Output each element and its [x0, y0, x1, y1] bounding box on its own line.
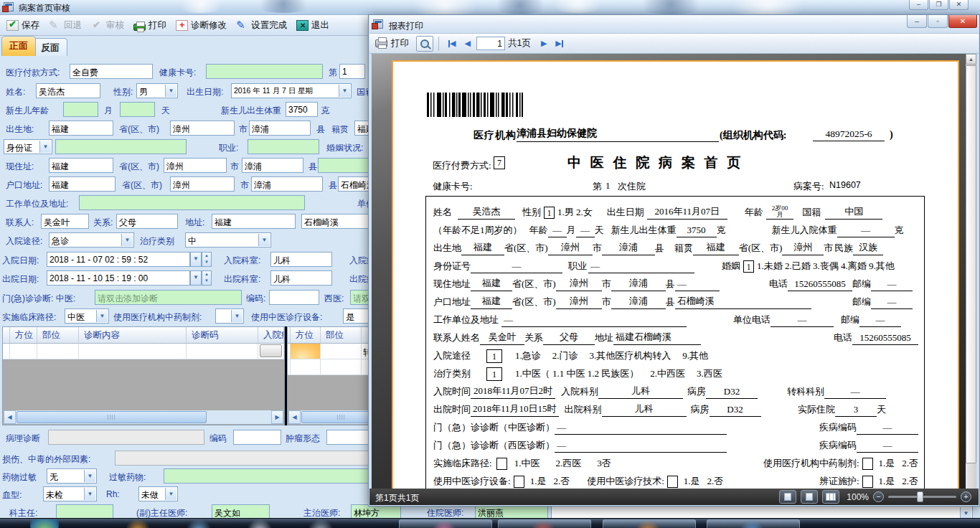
chief-field[interactable] — [56, 504, 113, 519]
taskbar[interactable] — [0, 518, 980, 528]
minimize-icon[interactable]: – — [907, 15, 927, 28]
setup-complete-button[interactable]: 设置完成 — [234, 18, 291, 33]
next-page-button[interactable]: ▶ — [541, 39, 547, 48]
hscrollbar[interactable]: ◀ ▶ — [4, 410, 283, 424]
first-page-button[interactable]: ◀ — [448, 39, 456, 48]
page-number-field[interactable]: 1 — [476, 37, 505, 50]
chevron-down-icon[interactable]: ▼ — [84, 488, 95, 500]
maximize-icon[interactable]: ▫ — [928, 15, 948, 28]
date-spinner[interactable]: ▲▼ — [202, 270, 212, 286]
admission-date-field[interactable]: 2018 - 11 - 07 02 : 59 : 52 — [47, 252, 190, 267]
magnifier-icon[interactable] — [416, 36, 433, 52]
tab-back[interactable]: 反面 — [33, 38, 67, 56]
scroll-left-icon[interactable]: ◀ — [4, 410, 16, 424]
contact-address-field[interactable]: 福建 — [212, 214, 296, 229]
print-button[interactable]: 打印 — [131, 18, 171, 33]
cell-button[interactable] — [260, 344, 282, 357]
herbal-combo[interactable]: ▼ — [215, 308, 244, 324]
hk-province-field[interactable]: 福建 — [49, 176, 116, 192]
chevron-down-icon[interactable]: ▼ — [84, 470, 95, 482]
print-button[interactable]: 打印 — [391, 37, 409, 50]
attending-field[interactable]: 林坤方 — [351, 504, 401, 519]
birth-city-field[interactable]: 漳州 — [170, 121, 235, 136]
restore-icon[interactable]: ❐ — [929, 0, 948, 10]
chevron-down-icon[interactable]: ▼ — [231, 310, 242, 322]
code-field[interactable] — [269, 290, 319, 305]
pathology-diag-field[interactable] — [48, 430, 204, 445]
cur-county-field[interactable]: 漳浦 — [242, 158, 303, 173]
chevron-down-icon[interactable]: ▼ — [258, 234, 270, 246]
rh-combo[interactable]: 未做▼ — [138, 486, 178, 501]
hk-county-field[interactable]: 漳浦 — [251, 176, 323, 192]
audit-button[interactable]: 审核 — [89, 18, 128, 33]
exit-button[interactable]: 退出 — [294, 18, 334, 33]
discharge-date-field[interactable]: 2018 - 11 - 10 15 : 19 : 00 — [47, 270, 190, 286]
diagnosis-edit-button[interactable]: 诊断修改 — [174, 18, 231, 33]
zoom-slider[interactable] — [888, 496, 956, 498]
scroll-up-icon[interactable]: ▲ — [966, 54, 976, 65]
save-button[interactable]: 保存 — [4, 18, 44, 33]
date-spinner[interactable]: ▲▼ — [202, 252, 212, 267]
continuous-view-icon[interactable] — [801, 490, 818, 504]
tcm-diagnosis-field[interactable]: 请双击添加诊断 — [95, 290, 242, 305]
deputy-field[interactable]: 吴文如 — [212, 504, 270, 519]
undo-button[interactable]: 回退 — [47, 18, 86, 33]
birth-county-field[interactable]: 漳浦 — [249, 121, 311, 136]
blood-type-combo[interactable]: 未检▼ — [43, 486, 97, 501]
id-number-field[interactable] — [55, 139, 187, 154]
injury-field[interactable] — [115, 451, 372, 466]
chevron-down-icon[interactable]: ▼ — [165, 85, 176, 97]
treatment-type-combo[interactable]: 中▼ — [185, 232, 271, 248]
name-field[interactable]: 吴浩杰 — [36, 83, 100, 98]
scroll-thumb[interactable] — [966, 65, 976, 463]
newborn-age-day-field[interactable] — [120, 102, 155, 117]
last-page-button[interactable]: ▶ — [555, 39, 562, 48]
chevron-down-icon[interactable]: ▼ — [165, 488, 176, 500]
scroll-left-icon[interactable]: ◀ — [288, 410, 301, 424]
relation-field[interactable]: 父母 — [116, 214, 178, 229]
health-card-field[interactable] — [206, 64, 323, 79]
admission-path-combo[interactable]: 急诊▼ — [49, 232, 134, 248]
scroll-right-icon[interactable]: ▶ — [271, 410, 283, 424]
resident-field[interactable]: 洪丽燕 — [475, 504, 548, 519]
preview-vscrollbar[interactable]: ▲ — [966, 54, 976, 489]
work-unit-field[interactable] — [79, 195, 305, 210]
contact-field[interactable]: 吴金叶 — [41, 214, 89, 229]
birth-province-field[interactable]: 福建 — [49, 121, 113, 136]
zoom-out-icon[interactable]: − — [873, 491, 884, 502]
sex-combo[interactable]: 男▼ — [136, 83, 178, 98]
newborn-weight-field[interactable]: 3750 — [286, 102, 318, 117]
id-type-combo[interactable]: 身份证▼ — [4, 139, 52, 154]
dob-combo[interactable]: 2016 年 11 月 7 日 星期▼ — [231, 83, 352, 98]
prev-page-button[interactable]: ◀ — [464, 39, 470, 48]
job-field[interactable] — [248, 139, 319, 154]
chevron-down-icon[interactable]: ▼ — [96, 310, 108, 322]
chevron-down-icon[interactable]: ▼ — [121, 234, 133, 246]
chevron-down-icon[interactable]: ▼ — [190, 252, 202, 267]
hk-city-field[interactable]: 漳州 — [170, 176, 235, 192]
pathology-code-field[interactable] — [233, 430, 281, 445]
hscrollbar[interactable]: ◀ — [288, 410, 381, 424]
chevron-down-icon[interactable]: ▼ — [39, 141, 51, 153]
pay-method-field[interactable]: 全自费 — [70, 64, 153, 79]
grid-row[interactable] — [3, 344, 284, 359]
tab-front[interactable]: 正面 — [1, 36, 36, 56]
admission-dept-field[interactable]: 儿科 — [270, 252, 332, 267]
chevron-down-icon[interactable]: ▼ — [339, 85, 350, 97]
multi-page-view-icon[interactable] — [822, 490, 839, 504]
close-icon[interactable]: ✕ — [948, 15, 977, 28]
newborn-age-month-field[interactable] — [63, 102, 98, 117]
cur-city-field[interactable]: 漳州 — [164, 158, 227, 173]
clinical-path-combo[interactable]: 中医▼ — [65, 308, 109, 324]
allergy-combo[interactable]: 无▼ — [47, 468, 97, 484]
close-icon[interactable]: ✕ — [949, 0, 969, 10]
seq-field[interactable]: 1 — [339, 64, 365, 79]
single-page-view-icon[interactable] — [779, 490, 796, 504]
zoom-slider-thumb[interactable] — [917, 491, 923, 502]
allergy-drug-field[interactable] — [164, 468, 372, 484]
cur-province-field[interactable]: 福建 — [49, 158, 113, 173]
zoom-in-icon[interactable]: + — [961, 491, 971, 502]
discharge-dept-field[interactable]: 儿科 — [270, 270, 332, 286]
minimize-icon[interactable]: – — [909, 0, 928, 10]
chevron-down-icon[interactable]: ▼ — [190, 270, 202, 286]
